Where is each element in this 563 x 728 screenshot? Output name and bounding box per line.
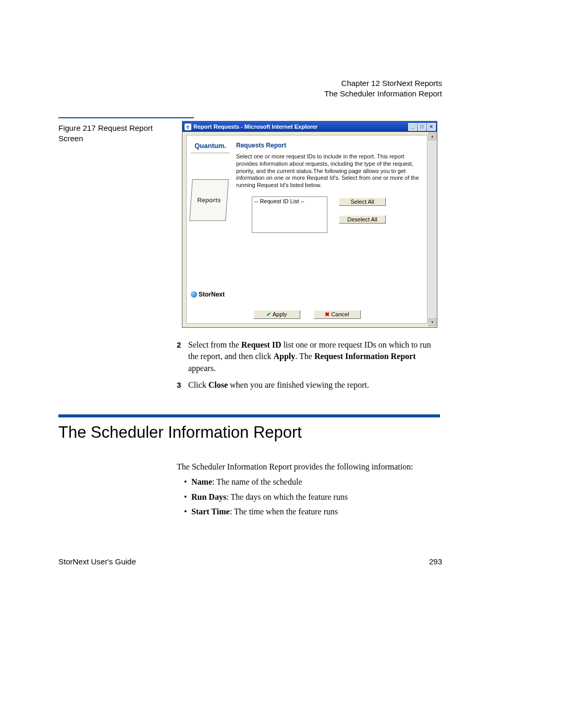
bullet-text: : The days on which the feature runs bbox=[226, 492, 348, 501]
text-bold: Apply bbox=[274, 352, 296, 361]
apply-label: Apply bbox=[273, 311, 287, 317]
section-rule bbox=[58, 414, 440, 417]
bullet-text: : The name of the schedule bbox=[212, 477, 302, 486]
bullet-icon: • bbox=[184, 505, 191, 519]
window-title: Report Requests - Microsoft Internet Exp… bbox=[193, 124, 317, 130]
step-number: 3 bbox=[177, 379, 188, 391]
request-report-screenshot: e Report Requests - Microsoft Internet E… bbox=[182, 121, 437, 328]
globe-icon bbox=[191, 291, 197, 298]
content-panel: Quantum. Reports StorNext Requests Repor… bbox=[186, 135, 427, 324]
bullet-label: Start Time bbox=[191, 507, 230, 516]
text-bold: Close bbox=[209, 380, 228, 389]
select-all-button[interactable]: Select All bbox=[339, 198, 386, 206]
deselect-all-button[interactable]: Deselect All bbox=[339, 215, 386, 224]
footer-guide-name: StorNext User's Guide bbox=[58, 557, 136, 566]
scroll-up-icon[interactable]: ▲ bbox=[429, 132, 436, 140]
panel-title: Requests Report bbox=[236, 142, 422, 149]
ie-icon: e bbox=[185, 124, 191, 130]
chapter-label: Chapter 12 StorNext Reports bbox=[324, 78, 442, 89]
figure-caption: Figure 217 Request Report Screen bbox=[58, 123, 168, 144]
bullet-label: Run Days bbox=[191, 492, 226, 501]
request-id-list[interactable]: -- Request ID List -- bbox=[252, 196, 327, 233]
bullet-text: : The time when the feature runs bbox=[230, 507, 338, 516]
bullet-item: • Start Time: The time when the feature … bbox=[184, 505, 440, 519]
x-icon: ✖ bbox=[325, 311, 329, 317]
section-heading: The Scheduler Information Report bbox=[58, 423, 302, 442]
window-titlebar: e Report Requests - Microsoft Internet E… bbox=[182, 121, 437, 132]
bullet-label: Name bbox=[191, 477, 212, 486]
section-label: The Scheduler Information Report bbox=[324, 89, 442, 99]
bullet-item: • Run Days: The days on which the featur… bbox=[184, 491, 440, 504]
text-bold: Request ID bbox=[241, 340, 282, 349]
step-number: 2 bbox=[177, 339, 188, 374]
bullet-item: • Name: The name of the schedule bbox=[184, 476, 440, 489]
cancel-label: Cancel bbox=[331, 311, 349, 317]
stornext-logo: StorNext bbox=[191, 291, 225, 298]
text: when you are finished viewing the report… bbox=[228, 380, 369, 389]
cancel-button[interactable]: ✖Cancel bbox=[314, 310, 361, 319]
text: . The bbox=[295, 352, 314, 361]
bullet-icon: • bbox=[184, 476, 191, 489]
reports-icon: Reports bbox=[189, 179, 229, 221]
sidebar: Quantum. Reports StorNext bbox=[191, 142, 230, 298]
bullet-icon: • bbox=[184, 491, 191, 504]
text-bold: Request Information Report bbox=[314, 352, 416, 361]
figure-rule bbox=[58, 117, 194, 118]
scroll-down-icon[interactable]: ▼ bbox=[429, 318, 436, 326]
text: appears. bbox=[188, 364, 216, 373]
section-intro: The Scheduler Information Report provide… bbox=[177, 461, 440, 474]
apply-button[interactable]: ✔Apply bbox=[253, 310, 300, 319]
close-button[interactable]: × bbox=[427, 123, 436, 131]
quantum-logo: Quantum. bbox=[191, 142, 230, 153]
step-2: 2 Select from the Request ID list one or… bbox=[177, 339, 440, 374]
maximize-button[interactable]: □ bbox=[418, 123, 426, 131]
minimize-button[interactable]: _ bbox=[408, 123, 417, 131]
panel-description: Select one or more request IDs to includ… bbox=[236, 153, 422, 189]
page-number: 293 bbox=[429, 557, 442, 566]
check-icon: ✔ bbox=[266, 311, 271, 317]
running-header: Chapter 12 StorNext Reports The Schedule… bbox=[324, 78, 442, 100]
scrollbar[interactable]: ▲ ▼ bbox=[429, 132, 436, 326]
text: Click bbox=[188, 380, 209, 389]
text: Select from the bbox=[188, 340, 241, 349]
step-3: 3 Click Close when you are finished view… bbox=[177, 379, 440, 391]
product-name: StorNext bbox=[199, 291, 225, 298]
